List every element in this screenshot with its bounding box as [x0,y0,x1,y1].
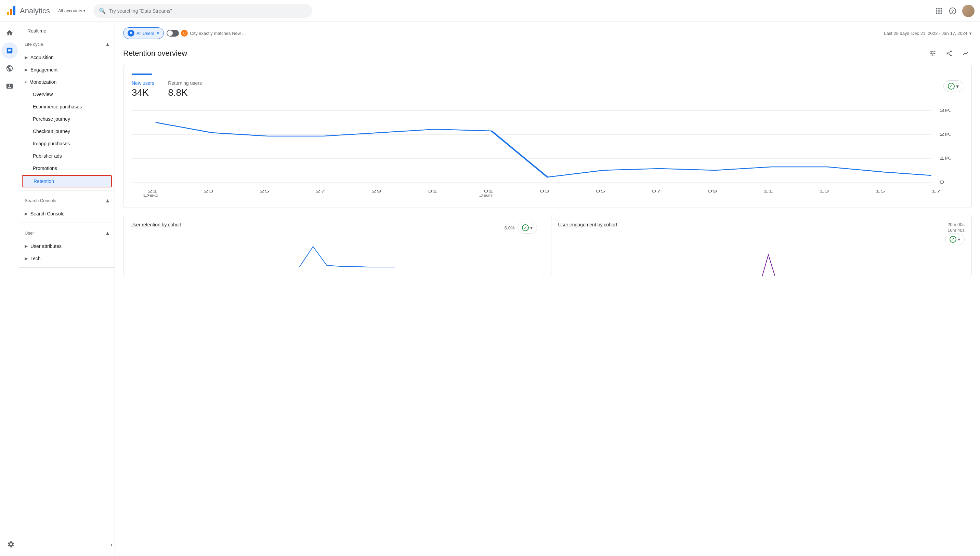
report-actions [927,47,972,60]
metrics-row: New users 34K Returning users 8.8K ✓ ▾ [132,80,963,98]
svg-text:11: 11 [763,189,773,193]
all-users-chip-letter: A [128,30,134,37]
engagement-cohort-header: User engagement by cohort 20m 00s 16m 40… [558,222,965,245]
city-filter-group[interactable]: C City exactly matches New ... [167,30,246,37]
chart-metric-selector[interactable]: ✓ ▾ [943,80,963,92]
icon-sidebar [0,22,19,556]
engagement-value1: 20m 00s [948,222,965,227]
sidebar-icon-reports[interactable] [2,42,18,59]
svg-text:Dec: Dec [143,193,159,197]
filter-toggle[interactable] [167,30,179,37]
user-retention-cohort-card: User retention by cohort 6.0% ✓ ▾ [123,215,544,276]
nav-sub-promotions[interactable]: Promotions [19,162,115,175]
nav-sub-ecommerce[interactable]: Ecommerce purchases [19,100,115,113]
engagement-arrow-icon: ▶ [24,67,28,72]
retention-check-icon: ✓ [522,224,529,231]
nav-sub-publisher-ads[interactable]: Publisher ads [19,150,115,162]
svg-rect-5 [941,8,942,9]
svg-rect-7 [938,10,940,11]
engagement-cohort-title: User engagement by cohort [558,222,618,227]
help-icon[interactable]: ? [949,7,957,15]
svg-rect-8 [941,10,942,11]
nav-item-monetization[interactable]: ▾ Monetization [19,76,115,88]
share-report-button[interactable] [943,47,956,60]
user-section-label: User [24,231,34,236]
app-body: Realtime Life cycle ▴ ▶ Acquisition ▶ En… [0,22,980,556]
user-attributes-label: User attributes [31,244,61,249]
retention-cohort-title: User retention by cohort [130,222,181,227]
engagement-cohort-selector[interactable]: ✓ ▾ [945,234,965,245]
account-chevron-icon: ▾ [84,9,85,13]
customize-report-button[interactable] [927,47,939,60]
user-attributes-arrow-icon: ▶ [24,244,28,249]
nav-section-user[interactable]: User ▴ [19,226,115,240]
top-header: Analytics All accounts ▾ 🔍 ? [0,0,980,22]
svg-text:2K: 2K [939,132,951,137]
nav-sub-retention[interactable]: Retention [22,175,112,187]
returning-users-value: 8.8K [168,87,202,98]
report-header: Retention overview [123,42,972,65]
sidebar-icon-advertising[interactable] [2,78,18,94]
account-selector[interactable]: All accounts ▾ [58,8,85,13]
retention-cohort-header: User retention by cohort 6.0% ✓ ▾ [130,222,537,234]
svg-rect-6 [936,10,938,11]
date-range-picker[interactable]: Last 28 days Dec 21, 2023 - Jan 17, 2024… [884,31,972,36]
filter-bar: A All Users × C City exactly matches New… [123,22,972,42]
header-right-actions: ? [935,5,975,17]
grid-icon[interactable] [935,7,943,15]
app-logo[interactable]: Analytics [5,5,50,16]
svg-text:03: 03 [539,189,549,193]
nav-item-tech[interactable]: ▶ Tech [19,252,115,265]
nav-section-search-console[interactable]: Search Console ▴ [19,193,115,208]
search-input[interactable] [109,8,307,14]
svg-text:Jan: Jan [479,193,493,197]
engagement-cohort-title-area: User engagement by cohort [558,222,618,229]
nav-item-realtime[interactable]: Realtime [19,24,115,37]
main-content: A All Users × C City exactly matches New… [115,22,980,556]
engagement-dropdown-icon: ▾ [958,237,960,242]
svg-text:27: 27 [316,189,326,193]
chart-tabs [132,74,963,75]
all-users-chip[interactable]: A All Users × [123,27,164,39]
engagement-check-icon: ✓ [949,236,956,243]
returning-users-metric: Returning users 8.8K [168,80,202,98]
search-bar[interactable]: 🔍 [94,4,312,18]
new-users-value: 34K [132,87,154,98]
compare-report-button[interactable] [959,47,972,60]
retention-cohort-actions: 6.0% ✓ ▾ [505,222,537,234]
returning-users-label: Returning users [168,80,202,86]
retention-cohort-value: 6.0% [505,225,515,231]
acquisition-label: Acquisition [31,55,54,60]
city-filter-label: City exactly matches New ... [190,31,246,36]
nav-sub-purchase-journey[interactable]: Purchase journey [19,113,115,125]
nav-item-engagement[interactable]: ▶ Engagement [19,64,115,76]
svg-text:05: 05 [595,189,605,193]
sidebar-icon-home[interactable] [2,24,18,41]
nav-item-user-attributes[interactable]: ▶ User attributes [19,240,115,252]
settings-button[interactable] [5,538,17,551]
check-icon: ✓ [948,83,955,90]
all-users-label: All Users [136,31,154,36]
lifecycle-label: Life cycle [24,42,43,47]
nav-item-search-console[interactable]: ▶ Search Console [19,208,115,220]
search-console-arrow-icon: ▶ [24,211,28,216]
retention-overview-chart-card: New users 34K Returning users 8.8K ✓ ▾ [123,65,972,208]
nav-sidebar: Realtime Life cycle ▴ ▶ Acquisition ▶ En… [19,22,115,556]
svg-text:3K: 3K [939,108,951,113]
nav-item-acquisition[interactable]: ▶ Acquisition [19,51,115,64]
nav-sub-checkout-journey[interactable]: Checkout journey [19,125,115,137]
nav-divider-1 [19,190,115,191]
sidebar-icon-explore[interactable] [2,60,18,77]
search-console-section-label: Search Console [24,198,57,203]
collapse-sidebar-button[interactable] [106,540,117,551]
date-range-label: Last 28 days [884,31,909,36]
svg-rect-4 [938,8,940,9]
nav-sub-inapp[interactable]: In-app purchases [19,137,115,150]
account-label: All accounts [58,8,82,13]
all-users-close-icon[interactable]: × [156,30,159,36]
svg-text:07: 07 [651,189,661,193]
nav-sub-overview[interactable]: Overview [19,88,115,100]
avatar[interactable] [962,5,975,17]
retention-cohort-selector[interactable]: ✓ ▾ [517,222,537,234]
nav-section-lifecycle[interactable]: Life cycle ▴ [19,37,115,51]
